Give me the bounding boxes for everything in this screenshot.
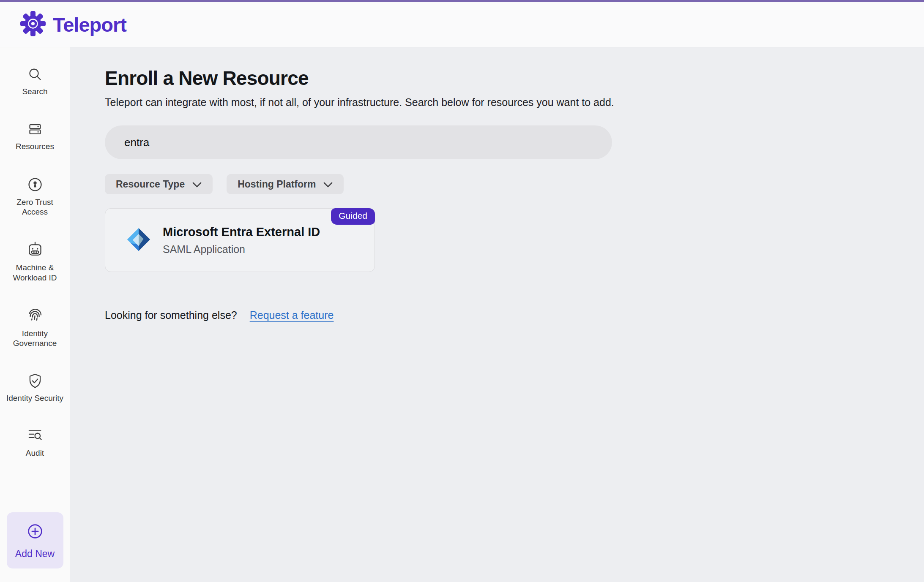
- sidebar-item-label: Search: [18, 87, 52, 97]
- hosting-platform-filter-button[interactable]: Hosting Platform: [227, 174, 344, 194]
- chevron-down-icon: [323, 179, 333, 190]
- page-title: Enroll a New Resource: [105, 67, 924, 90]
- app-header: Teleport: [0, 2, 924, 47]
- sidebar-item-resources[interactable]: Resources: [0, 121, 70, 152]
- sidebar-item-label: Resources: [11, 141, 58, 152]
- resource-type-filter-button[interactable]: Resource Type: [105, 174, 213, 194]
- resource-card-text: Microsoft Entra External ID SAML Applica…: [163, 225, 320, 256]
- resource-card-microsoft-entra[interactable]: Guided Microsoft Entra External ID SAML …: [105, 208, 375, 272]
- gear-logo-icon: [19, 10, 46, 39]
- guided-badge: Guided: [331, 208, 375, 225]
- filter-bar: Resource Type Hosting Platform: [105, 174, 924, 194]
- robot-icon: [26, 241, 44, 259]
- resource-card-title: Microsoft Entra External ID: [163, 225, 320, 239]
- sidebar-item-identity-governance[interactable]: Identity Governance: [0, 307, 70, 349]
- filter-label: Hosting Platform: [238, 179, 316, 190]
- zero-trust-icon: [26, 176, 44, 193]
- sidebar-item-zero-trust-access[interactable]: Zero Trust Access: [0, 176, 70, 218]
- sidebar-item-identity-security[interactable]: Identity Security: [0, 373, 70, 403]
- sidebar-item-audit[interactable]: Audit: [0, 427, 70, 458]
- fingerprint-icon: [26, 307, 44, 325]
- add-new-button[interactable]: Add New: [7, 512, 63, 568]
- chevron-down-icon: [192, 179, 202, 190]
- brand-name: Teleport: [53, 13, 126, 36]
- sidebar-item-label: Zero Trust Access: [0, 197, 70, 218]
- microsoft-entra-icon: [126, 226, 152, 254]
- resources-icon: [27, 121, 44, 138]
- sidebar-item-label: Audit: [22, 448, 48, 458]
- sidebar-item-label: Identity Governance: [0, 329, 70, 349]
- main-content: Enroll a New Resource Teleport can integ…: [70, 47, 924, 582]
- sidebar-item-search[interactable]: Search: [0, 66, 70, 97]
- sidebar: Search Resources Zero Tru: [0, 47, 70, 582]
- plus-circle-icon: [25, 522, 45, 543]
- sidebar-item-machine-workload-id[interactable]: Machine & Workload ID: [0, 241, 70, 283]
- search-icon: [27, 66, 44, 83]
- request-feature-link[interactable]: Request a feature: [250, 309, 334, 321]
- page-subtitle: Teleport can integrate with most, if not…: [105, 96, 924, 109]
- sidebar-footer: Add New: [0, 505, 70, 582]
- sidebar-divider: [10, 505, 60, 505]
- resource-search-input[interactable]: [105, 125, 612, 159]
- shield-check-icon: [27, 373, 44, 389]
- feature-request-line: Looking for something else? Request a fe…: [105, 309, 924, 321]
- filter-label: Resource Type: [116, 179, 185, 190]
- teleport-logo[interactable]: Teleport: [19, 10, 126, 39]
- resource-card-subtitle: SAML Application: [163, 243, 320, 256]
- sidebar-item-label: Identity Security: [2, 393, 68, 403]
- footer-question: Looking for something else?: [105, 309, 237, 321]
- add-new-label: Add New: [15, 548, 55, 560]
- sidebar-item-label: Machine & Workload ID: [0, 263, 70, 283]
- audit-icon: [27, 427, 44, 444]
